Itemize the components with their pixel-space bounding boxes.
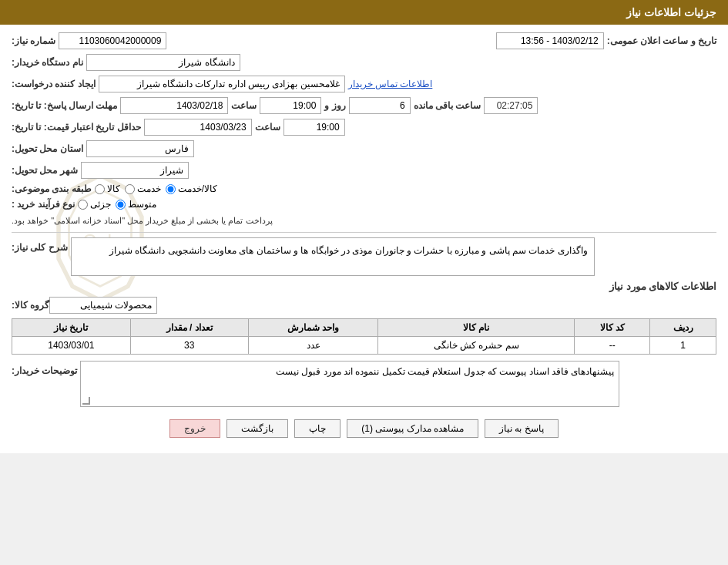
tawzihat-label: توضیحات خریدار:: [12, 365, 77, 376]
tabaqe-label: طبقه بندی موضوعی:: [12, 183, 92, 194]
shomare-niaz-label: شماره نیاز:: [12, 35, 55, 46]
tabaqe-kala-khadamat-item[interactable]: کالا/خدمت: [166, 183, 217, 194]
saat-label: ساعت: [231, 100, 257, 111]
col-radif: ردیف: [650, 319, 716, 337]
tabaqe-kala-label: کالا: [107, 183, 120, 194]
ostan-label: استان محل تحویل:: [12, 143, 83, 154]
hadaqal-label: حداقل تاریخ اعتبار قیمت: تا تاریخ:: [12, 122, 141, 133]
nam-dastgah-value: دانشگاه شیراز: [86, 54, 240, 71]
ettela-tamas-link[interactable]: اطلاعات تماس خریدار: [348, 79, 433, 89]
jozii-label: جزئی: [90, 199, 111, 210]
hadaqal-date: 1403/03/23: [144, 119, 252, 136]
motavasit-radio[interactable]: [116, 200, 126, 210]
tabaqe-kala-khadamat-radio[interactable]: [166, 184, 176, 194]
roz-label: روز و: [324, 100, 345, 111]
col-kod-kala: کد کالا: [575, 319, 650, 337]
tabaqe-khadamat-item[interactable]: خدمت: [125, 183, 161, 194]
tawzihat-box: پیشنهادهای فاقد اسناد پیوست که جدول استع…: [80, 361, 619, 407]
hadaqal-saat-value: 19:00: [283, 119, 345, 136]
motavasit-label: متوسط: [128, 199, 156, 210]
resize-handle[interactable]: [82, 397, 90, 405]
group-kala-label: گروه کالا:: [12, 300, 49, 311]
view-docs-button[interactable]: مشاهده مدارک پیوستی (1): [347, 419, 478, 438]
mohlat-date: 1403/02/18: [120, 97, 228, 114]
tabaqe-kala-khadamat-label: کالا/خدمت: [178, 183, 217, 194]
group-kala-value: محصولات شیمیایی: [49, 297, 157, 314]
sharh-koli-label: شرح کلی نیاز:: [12, 242, 68, 253]
ostan-value: فارس: [86, 140, 194, 157]
shahr-value: شیراز: [81, 162, 189, 179]
noe-farayand-radio-group: متوسط جزئی: [78, 199, 156, 210]
sharh-koli-box: واگذاری خدمات سم پاشی و مبارزه با حشرات …: [71, 237, 595, 276]
page-title: جزئیات اطلاعات نیاز: [626, 6, 716, 18]
nam-dastgah-label: نام دستگاه خریدار:: [12, 57, 83, 68]
tabaqe-radio-group: کالا/خدمت خدمت کالا: [95, 183, 217, 194]
tarikh-value: 1403/02/12 - 13:56: [496, 32, 604, 49]
table-row: 1--سم حشره کش خانگیعدد331403/03/01: [12, 337, 716, 355]
tabaqe-khadamat-label: خدمت: [137, 183, 161, 194]
tabaqe-kala-item[interactable]: کالا: [95, 183, 120, 194]
notice-text: پرداخت تمام یا بخشی از مبلغ خریدار محل "…: [12, 214, 273, 227]
ejad-konande-value: غلامحسین بهزادی رییس اداره تدارکات دانشگ…: [99, 76, 345, 92]
shomare-niaz-value: 1103060042000009: [59, 32, 166, 49]
kala-table: ردیف کد کالا نام کالا واحد شمارش تعداد /…: [12, 318, 716, 355]
tarikh-label: تاریخ و ساعت اعلان عمومی:: [607, 35, 716, 46]
jozii-radio[interactable]: [78, 200, 88, 210]
tabaqe-kala-radio[interactable]: [95, 184, 105, 194]
baqi-mande-label: ساعت باقی مانده: [414, 100, 481, 111]
sharh-koli-text: واگذاری خدمات سم پاشی و مبارزه با حشرات …: [109, 245, 588, 256]
saat-value: 19:00: [260, 97, 321, 114]
col-nam-kala: نام کالا: [378, 319, 575, 337]
page-header: جزئیات اطلاعات نیاز: [0, 0, 728, 25]
jozii-item[interactable]: جزئی: [78, 199, 111, 210]
noe-farayand-label: نوع فرآیند خرید :: [12, 199, 75, 210]
back-button[interactable]: بازگشت: [226, 419, 288, 438]
tawzihat-text: پیشنهادهای فاقد اسناد پیوست که جدول استع…: [276, 366, 614, 377]
tabaqe-khadamat-radio[interactable]: [125, 184, 135, 194]
timer-box: 02:27:05: [484, 97, 538, 114]
mohlat-label: مهلت ارسال پاسخ: تا تاریخ:: [12, 100, 117, 111]
footer-buttons: خروج بازگشت چاپ مشاهده مدارک پیوستی (1) …: [12, 412, 716, 446]
motavasit-item[interactable]: متوسط: [116, 199, 156, 210]
print-button[interactable]: چاپ: [294, 419, 341, 438]
ettela-kala-title: اطلاعات کالاهای مورد نیاز: [12, 281, 716, 292]
reply-button[interactable]: پاسخ به نیاز: [485, 419, 559, 438]
hadaqal-saat-label: ساعت: [255, 122, 280, 133]
col-tarikh: تاریخ نیاز: [12, 319, 131, 337]
col-vahed: واحد شمارش: [248, 319, 377, 337]
ejad-konande-label: ایجاد کننده درخواست:: [12, 79, 96, 89]
shahr-label: شهر محل تحویل:: [12, 165, 78, 176]
roz-value: 6: [349, 97, 411, 114]
col-tedad: تعداد / مقدار: [130, 319, 248, 337]
exit-button[interactable]: خروج: [169, 419, 220, 438]
